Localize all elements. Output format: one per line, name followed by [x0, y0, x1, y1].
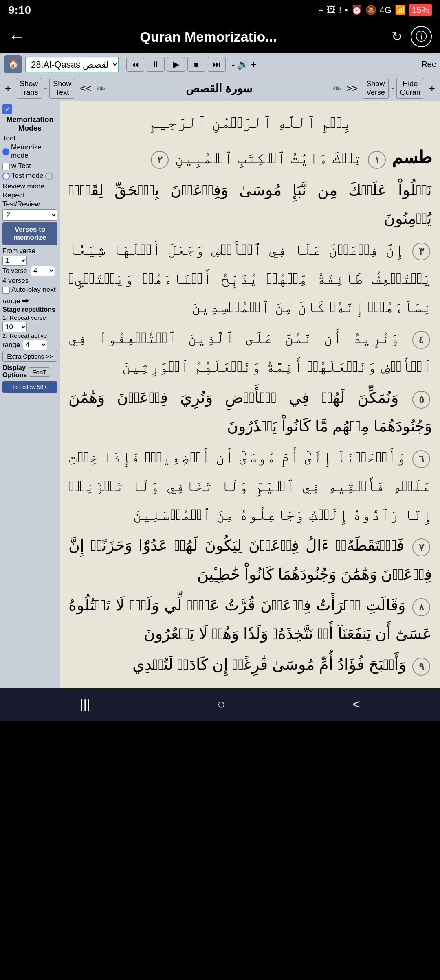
skip-forward-button[interactable]: ⏭	[208, 57, 226, 72]
page-title: Quran Memorizatio...	[33, 29, 383, 45]
info-button[interactable]: ⓘ	[411, 26, 432, 47]
auto-play-label: Auto-play next	[11, 286, 56, 294]
repeat-verse-select[interactable]: 1053	[2, 322, 27, 332]
auto-play-checkbox[interactable]	[2, 287, 10, 294]
verse-num-9: ٩	[412, 658, 430, 676]
battery-indicator: 15%	[409, 4, 432, 16]
bottom-back-button[interactable]: <	[344, 693, 368, 716]
bottom-nav: ||| ○ <	[0, 688, 440, 721]
verse-minus-button[interactable]: -	[391, 84, 394, 93]
review-mode-label: Review mode	[2, 182, 57, 190]
show-trans-button[interactable]: ShowTrans	[16, 78, 42, 99]
volume-controls: - 🔊 +	[231, 58, 257, 71]
font-button[interactable]: FonT	[29, 368, 50, 377]
show-verse-button[interactable]: ShowVerse	[363, 78, 389, 99]
trans-minus-button[interactable]: -	[44, 84, 47, 93]
surah-title: سورة القصص	[108, 82, 330, 95]
test-mode-label: Test mode	[11, 172, 43, 180]
decoration-right-icon: ❧	[332, 82, 341, 95]
stage-rep-title: Stage repetitions	[2, 306, 57, 313]
pause-button[interactable]: ⏸	[147, 57, 165, 72]
verses-count-label: 4 verses	[2, 277, 57, 285]
verse-tas-text: طسم	[392, 148, 432, 167]
verse-num-6: ٦	[412, 450, 430, 468]
rec-label: Rec	[421, 60, 436, 69]
quran-text-area: بِسۡمِ ٱللَّهِ ٱلرَّحۡمَٰنِ ٱلرَّحِيمِ ط…	[60, 101, 440, 688]
main-checkbox[interactable]: ✓	[2, 104, 12, 114]
stop-button[interactable]: ■	[187, 57, 205, 72]
extra-options-button[interactable]: Extra Options >>	[2, 351, 57, 362]
test-mode-radio[interactable]	[2, 173, 10, 180]
nav-left-button[interactable]: <<	[77, 82, 94, 95]
second-toolbar: + ShowTrans - ShowText << ❧ سورة القصص ❧…	[0, 76, 440, 101]
tool-label: Tool	[2, 134, 57, 142]
status-icons: ⌁ 🖼 ! • ⏰ 🔕 4G 📶 15%	[318, 4, 432, 16]
top-nav: ← Quran Memorizatio... ↻ ⓘ	[0, 20, 440, 53]
gallery-icon: 🖼	[327, 5, 336, 15]
verses-to-memorize-button[interactable]: Verses to memorize	[2, 222, 57, 245]
verse-num-1: ١	[368, 151, 386, 169]
show-text-button[interactable]: ShowText	[49, 78, 75, 99]
verse-3-text: إِنَّ فِرۡعَوۡنَ عَلَا فِي ٱلۡأَرۡضِ وَج…	[68, 241, 432, 315]
bottom-home-button[interactable]: ○	[209, 693, 233, 716]
refresh-button[interactable]: ↻	[392, 29, 403, 44]
memorize-mode-row: Memorize mode	[2, 143, 57, 160]
range-arrow-icon: ➡	[22, 296, 29, 305]
plus-right-button[interactable]: +	[427, 81, 438, 96]
w-test-checkbox[interactable]	[2, 163, 10, 170]
volume-down-icon[interactable]: -	[231, 58, 235, 71]
decoration-left-icon: ❧	[96, 82, 106, 95]
bismillah-text: بِسۡمِ ٱللَّهِ ٱلرَّحۡمَٰنِ ٱلرَّحِيمِ	[68, 107, 432, 137]
verse-1-text: تِلۡكَ ءَايَٰتُ ٱلۡكِتَٰبِ ٱلۡمُبِينِ	[175, 149, 362, 166]
verse-num-2: ٢	[151, 151, 169, 169]
hide-quran-button[interactable]: HideQuran	[396, 78, 424, 99]
home-button[interactable]: 🏠	[4, 55, 22, 73]
test-mode-outer-radio[interactable]	[45, 172, 53, 180]
range-label: range ➡	[2, 295, 57, 305]
verse-tas: طسم ١ تِلۡكَ ءَايَٰتُ ٱلۡكِتَٰبِ ٱلۡمُبِ…	[68, 142, 432, 173]
test-review-label: Test/Review	[2, 200, 57, 208]
playback-controls: ⏮ ⏸ ▶ ■ ⏭	[126, 57, 226, 72]
verse-num-7: ٧	[412, 538, 430, 556]
network-icon: 📶	[395, 5, 406, 15]
range2-select[interactable]: 435	[23, 340, 47, 350]
usb-icon: ⌁	[318, 5, 323, 15]
volume-up-icon[interactable]: +	[251, 58, 257, 71]
nav-right-button[interactable]: >>	[344, 82, 360, 95]
verse-9-block: ٩ وَأَصۡبَحَ فُؤَادُ أُمِّ مُوسَىٰ فَٰرِ…	[68, 650, 432, 679]
toolbar-row: 🏠 28:Al-Qasas القصص ⏮ ⏸ ▶ ■ ⏭ - 🔊 + Rec	[0, 53, 440, 76]
test-review-select[interactable]: 2 3 4 5	[2, 209, 57, 221]
quran-verses: طسم ١ تِلۡكَ ءَايَٰتُ ٱلۡكِتَٰبِ ٱلۡمُبِ…	[68, 142, 432, 679]
auto-play-row: Auto-play next	[2, 286, 57, 295]
memorization-modes-title: MemorizationModes	[2, 116, 57, 133]
mute-icon: 🔕	[365, 5, 376, 15]
from-verse-label: From verse	[2, 247, 57, 255]
bottom-menu-button[interactable]: |||	[72, 693, 98, 716]
to-verse-label: To verse 456	[2, 266, 57, 276]
to-verse-select[interactable]: 456	[31, 266, 55, 276]
verse-6-block: ٦ وَأَوۡحَيۡنَآ إِلَىٰٓ أُمِّ مُوسَىٰٓ أ…	[68, 443, 432, 529]
plus-left-button[interactable]: +	[2, 81, 13, 96]
status-bar: 9:10 ⌁ 🖼 ! • ⏰ 🔕 4G 📶 15%	[0, 0, 440, 20]
follow-fb-button[interactable]: fb Follow 58K	[2, 381, 57, 393]
play-forward-button[interactable]: ▶	[167, 57, 185, 72]
play-rewind-button[interactable]: ⏮	[126, 57, 144, 72]
alarm-icon: ⏰	[351, 5, 362, 15]
sura-dropdown[interactable]: 28:Al-Qasas القصص	[25, 57, 119, 72]
back-button[interactable]: ←	[8, 27, 25, 46]
verse-num-5: ٥	[412, 391, 430, 409]
repeat-verse-label: 1- Repeat verse	[2, 314, 57, 321]
memorize-mode-radio[interactable]	[2, 148, 9, 155]
range2-label: range 435	[2, 340, 57, 350]
verse-9-text: وَأَصۡبَحَ فُؤَادُ أُمِّ مُوسَىٰ فَٰرِغً…	[132, 656, 407, 673]
verse-5-text: وَنُمَكِّنَ لَهُمۡ فِي ٱلۡأَرۡضِ وَنُرِي…	[68, 389, 432, 435]
verse-7-text: فَٱلۡتَقَطَهُۥٓ ءَالُ فِرۡعَوۡنَ لِيَكُو…	[68, 537, 432, 582]
from-verse-select[interactable]: 123	[2, 256, 27, 266]
repeat-label: Repeat	[2, 191, 57, 199]
test-mode-row: Test mode	[2, 172, 57, 181]
verse-3-block: ٣ إِنَّ فِرۡعَوۡنَ عَلَا فِي ٱلۡأَرۡضِ و…	[68, 235, 432, 321]
verse-2-text: نَتۡلُواْ عَلَيۡكَ مِن نَّبَإِ مُوسَىٰ و…	[68, 182, 432, 227]
speaker-icon: 🔊	[237, 59, 249, 70]
content-area: ✓ MemorizationModes Tool Memorize mode w…	[0, 101, 440, 688]
dot-icon: •	[345, 5, 348, 15]
